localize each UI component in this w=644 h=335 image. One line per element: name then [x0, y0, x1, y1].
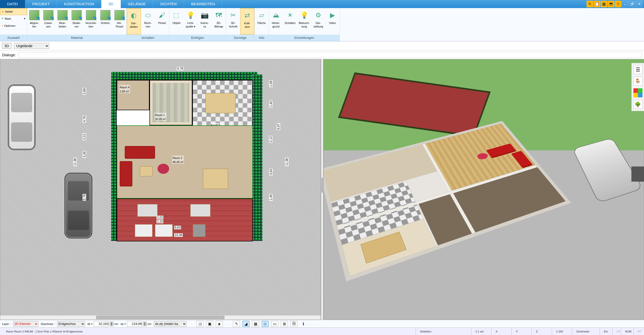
ribbon-btn-pinsel[interactable]: 🖌Pinsel	[155, 8, 169, 35]
layer-select[interactable]: 2D-Elemen	[13, 321, 38, 327]
coffee-table	[140, 166, 152, 176]
ribbon-btn-kamera[interactable]: 📷Kame-ra	[198, 8, 212, 35]
lounger-2	[190, 204, 210, 217]
group-label: Einstellungen	[269, 35, 340, 41]
palette-icon[interactable]	[633, 88, 642, 97]
chair-icon[interactable]: 🪑	[633, 77, 642, 86]
ribbon-btn-objekt[interactable]: ⬚Objekt	[169, 8, 183, 35]
ribbon-btn-hinpinsel[interactable]: Hin.Pinsel	[112, 8, 127, 35]
ribbon-btn-dbitmap[interactable]: 🗺3D-Bitmap	[212, 8, 226, 35]
mode1-icon[interactable]: ✎	[233, 321, 240, 327]
close-icon[interactable]: ✕	[636, 1, 642, 7]
tree-icon[interactable]: 🌳	[633, 100, 642, 109]
ribbon-btn-video[interactable]: ▶Video	[325, 8, 340, 35]
tab-projekt[interactable]: PROJEKT	[25, 0, 57, 8]
snap2-icon[interactable]: ◈	[216, 321, 223, 327]
coord-mode-select[interactable]: dx,dy (relativ ka	[154, 321, 187, 327]
dim-left-h: 11,36	[73, 158, 77, 166]
lounger-4	[155, 224, 173, 237]
ribbon-btn-skalieren[interactable]: Skalie-ren	[70, 8, 84, 35]
selection-panel: ➤Selekt ✔Mark.▾ +Optionen Auswahl	[0, 8, 27, 41]
ribbon-btn-hintergrund[interactable]: ⛰Hinter-grund	[269, 8, 283, 35]
ribbon-btn-flche[interactable]: ▱Fläche	[255, 8, 269, 35]
viewport-splitter[interactable]	[321, 59, 323, 320]
raum-4[interactable]	[117, 80, 149, 110]
ribbon-btn-schatten[interactable]: ☀Schatten	[283, 8, 297, 35]
status-y: Y:	[511, 328, 532, 335]
status-sel: 1:1 sel	[471, 328, 491, 335]
ribbon-btn-kollision[interactable]: ⇄Kolli-sion	[240, 8, 254, 35]
select-mode[interactable]: ➤Selekt	[0, 8, 27, 15]
ribbon-btn-bearbeiten[interactable]: Bear-beiten	[55, 8, 70, 35]
window-icon[interactable]: ⬒	[608, 1, 614, 7]
dy-spinner[interactable]: ▲▼	[143, 322, 147, 326]
ribbon-group-material: Abgrei-fenZuwei-senBear-beitenSkalie-ren…	[27, 8, 127, 41]
clipboard-icon[interactable]: 📋	[594, 1, 600, 7]
dim-476: 4,76	[83, 116, 86, 122]
status-ein: Ein	[600, 328, 612, 335]
raum-2[interactable]	[117, 125, 253, 199]
context-bar-2: Dialoge:	[0, 50, 644, 60]
side-panel-handle[interactable]	[631, 166, 644, 182]
mode2-icon[interactable]: ◢	[242, 321, 250, 327]
info-icon[interactable]: ℹ	[300, 321, 307, 327]
grid-icon[interactable]: ▦	[601, 1, 607, 7]
tab-datei[interactable]: DATEI	[0, 0, 25, 8]
dim-145: 1,45	[269, 194, 273, 201]
dialoge-field[interactable]	[18, 52, 642, 58]
ribbon-btn-verschieben[interactable]: Verschie-ben	[84, 8, 98, 35]
clock-icon[interactable]: ◷	[197, 321, 204, 327]
ribbon-btn-beleuchtung[interactable]: 💡Beleuch-tung	[297, 8, 311, 35]
menu-bar: DATEI PROJEKT KONSTRUKTION 3D GELÄNDE SI…	[0, 0, 644, 8]
beanbag	[158, 164, 169, 174]
group-label: Sonstige	[226, 35, 254, 41]
ribbon-btn-lichtquelle[interactable]: 💡Licht-quelle ▾	[183, 8, 198, 35]
n-icon[interactable]: Ⓝ	[290, 321, 297, 327]
help-icon[interactable]: ?	[615, 1, 621, 7]
context-bar-1: 3D Urgelände	[0, 41, 644, 50]
status-x: X:	[491, 328, 511, 335]
scrollbar-2d-h[interactable]	[0, 315, 321, 320]
dx-input[interactable]	[94, 321, 109, 327]
dy-input[interactable]	[127, 321, 142, 327]
snap1-icon[interactable]: ▣	[206, 321, 213, 327]
ribbon-group-einstellungen: ⛰Hinter-grund☀Schatten💡Beleuch-tung⚙Dar-…	[269, 8, 340, 41]
geschoss-select[interactable]: Erdgeschos	[57, 321, 85, 327]
raum-2-label: Raum 246,45 m²	[172, 156, 184, 164]
dx-spinner[interactable]: ▲▼	[110, 322, 113, 326]
terrace[interactable]	[117, 199, 253, 241]
status-num: NUM	[621, 328, 633, 335]
status-scale: 1:100	[552, 328, 572, 335]
options-mode[interactable]: +Optionen	[0, 22, 27, 29]
ribbon-btn-dschnitt[interactable]: ✂3D-Schnitt	[226, 8, 240, 35]
dim-terr-220: 2,20	[157, 220, 163, 223]
tab-gelaende[interactable]: GELÄNDE	[121, 0, 153, 8]
status-uf: UF	[612, 328, 621, 335]
ribbon-group-einfügen: ⬚Objekt💡Licht-quelle ▾📷Kame-ra🗺3D-Bitmap…	[169, 8, 226, 41]
ribbon-btn-abgreifen[interactable]: Abgrei-fen	[27, 8, 41, 35]
mode3-icon[interactable]: ▦	[252, 321, 259, 327]
tab-sichten[interactable]: SICHTEN	[153, 0, 184, 8]
mode4-icon[interactable]: ◇	[262, 321, 269, 327]
maximize-icon[interactable]: 🗗	[629, 1, 635, 7]
3d-sofa-1	[486, 144, 516, 158]
ribbon-btn-darstellen[interactable]: ◐Dar-stellen	[127, 8, 141, 35]
ribbon-btn-zuweisen[interactable]: Zuwei-sen	[41, 8, 55, 35]
viewport-2d[interactable]: Raum 42,89 m² Raum 120,05 m² Raum 325,90…	[0, 59, 321, 320]
tab-bearbeiten[interactable]: BEARBEITEN	[184, 0, 222, 8]
raum-1-label: Raum 120,05 m²	[155, 113, 166, 121]
viewport-3d[interactable]	[323, 59, 644, 320]
minimize-icon[interactable]: –	[622, 1, 628, 7]
tab-konstruktion[interactable]: KONSTRUKTION	[57, 0, 101, 8]
mode5-icon[interactable]: ▭	[271, 321, 278, 327]
ribbon-btn-drehen[interactable]: Drehen	[98, 8, 112, 35]
mark-mode[interactable]: ✔Mark.▾	[0, 15, 27, 22]
ribbon-btn-darstellung[interactable]: ⚙Dar-stellung	[311, 8, 325, 35]
grid-toggle-icon[interactable]: ⊞	[281, 321, 288, 327]
dim-109: 1,09	[269, 80, 273, 87]
ribbon-btn-rechnen[interactable]: ⬭Rech-nen	[141, 8, 155, 35]
layers-icon[interactable]: ☰	[633, 65, 642, 74]
tool-icon[interactable]: ✎	[587, 1, 593, 7]
tab-3d[interactable]: 3D	[101, 0, 120, 8]
terrain-dropdown[interactable]: Urgelände	[14, 43, 49, 49]
